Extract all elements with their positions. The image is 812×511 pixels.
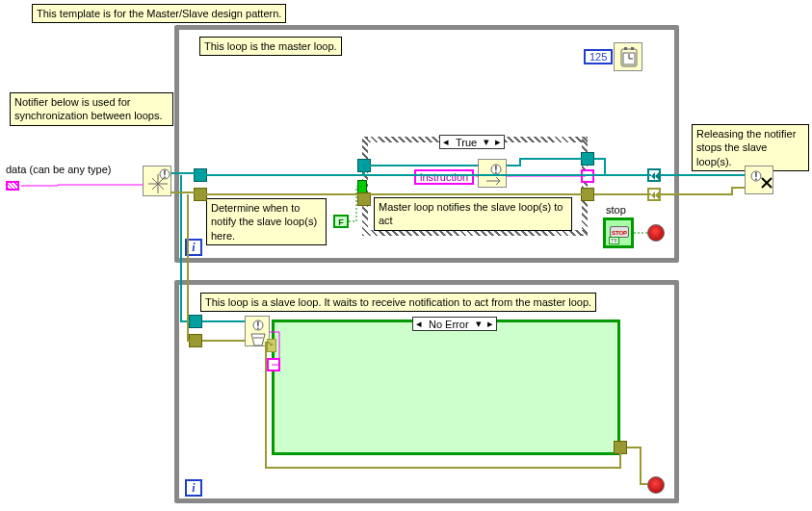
master-tunnel-out-notifier[interactable] xyxy=(647,168,661,182)
case-selector-terminal[interactable] xyxy=(357,180,367,193)
wait-ms-node[interactable] xyxy=(614,42,642,71)
comment-master-notifies: Master loop notifies the slave loop(s) t… xyxy=(374,197,572,231)
comment-notifier-sync: Notifier below is used for synchronizati… xyxy=(10,92,173,126)
slave-case-structure[interactable] xyxy=(272,319,620,455)
x xyxy=(357,192,371,206)
false-constant[interactable]: F xyxy=(333,215,349,228)
case-prev-arrow[interactable]: ◂ xyxy=(440,136,452,148)
slave-case-magenta-tunnel[interactable] xyxy=(267,358,280,371)
case-tunnel-in-notifier[interactable] xyxy=(357,159,371,172)
obtain-notifier-node[interactable]: ! xyxy=(143,166,171,196)
master-tunnel-out-error[interactable] xyxy=(647,188,661,201)
slave-case-next-arrow[interactable]: ▸ xyxy=(485,318,496,330)
master-loop-stop-terminal[interactable] xyxy=(647,224,665,242)
slave-tunnel-in-error[interactable] xyxy=(189,334,202,347)
case-tunnel-out-notifier[interactable] xyxy=(581,152,594,166)
case-magenta-tunnel[interactable] xyxy=(581,169,594,183)
send-notification-node[interactable]: ! xyxy=(478,159,507,188)
instruction-constant[interactable]: instruction xyxy=(414,169,474,185)
slave-tunnel-in-notifier[interactable] xyxy=(189,315,202,328)
master-case-label: True xyxy=(452,137,481,148)
slave-case-label: No Error xyxy=(425,319,473,330)
master-tunnel-in-notifier[interactable] xyxy=(194,168,207,182)
svg-text:!: ! xyxy=(754,171,757,182)
stop-label: stop xyxy=(606,204,626,216)
release-notifier-node[interactable]: ! xyxy=(745,166,773,194)
comment-determine-notify: Determine when to notify the slave loop(… xyxy=(206,198,327,245)
slave-case-tunnel-out-error[interactable] xyxy=(614,441,627,454)
master-tunnel-in-error[interactable] xyxy=(194,188,207,201)
svg-rect-4 xyxy=(624,47,627,50)
stop-button-terminal[interactable]: STOP TF xyxy=(603,217,634,248)
svg-rect-5 xyxy=(631,47,634,50)
wait-ms-constant[interactable]: 125 xyxy=(584,49,613,64)
slave-case-selector-terminal[interactable] xyxy=(267,339,276,352)
master-case-selector[interactable]: ◂ True ▾ ▸ xyxy=(439,135,505,149)
slave-case-prev-arrow[interactable]: ◂ xyxy=(413,318,425,330)
case-next-arrow[interactable]: ▸ xyxy=(492,136,504,148)
slave-case-selector[interactable]: ◂ No Error ▾ ▸ xyxy=(412,317,497,331)
case-tunnel-out-error[interactable] xyxy=(581,188,594,201)
data-terminal[interactable] xyxy=(6,181,19,191)
comment-template-desc: This template is for the Master/Slave de… xyxy=(32,4,286,23)
svg-text:!: ! xyxy=(494,165,497,175)
label-data-type: data (can be any type) xyxy=(6,164,111,175)
svg-text:!: ! xyxy=(256,320,259,331)
slave-case-dropdown-caret[interactable]: ▾ xyxy=(473,318,485,330)
comment-slave-loop: This loop is a slave loop. It waits to r… xyxy=(200,293,596,312)
case-dropdown-caret[interactable]: ▾ xyxy=(481,136,492,148)
comment-master-loop: This loop is the master loop. xyxy=(199,37,342,56)
master-iteration-terminal[interactable]: i xyxy=(185,239,202,256)
slave-iteration-terminal[interactable]: i xyxy=(185,479,202,497)
slave-loop-stop-terminal[interactable] xyxy=(647,476,665,494)
comment-release-notifier: Releasing the notifier stops the slave l… xyxy=(692,124,809,171)
